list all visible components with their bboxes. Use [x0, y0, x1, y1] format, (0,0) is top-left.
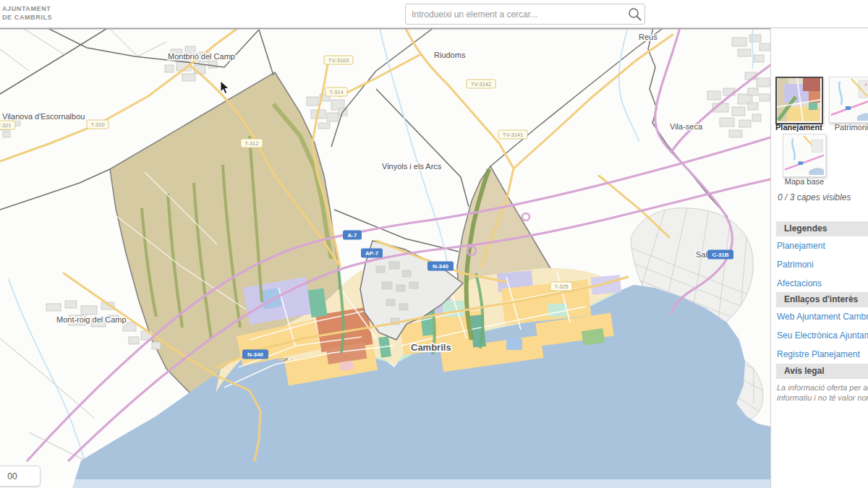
shield-t325: T-325 [550, 282, 572, 291]
label-reus: Reus [639, 33, 658, 41]
search-icon[interactable] [626, 5, 644, 24]
link-registre-planejament[interactable]: Registre Planejament [777, 349, 860, 359]
attribution-strip [0, 479, 770, 488]
shield-tv3141: TV-3141 [498, 130, 527, 139]
shield-t314: T-314 [326, 87, 347, 96]
label-riudoms: Riudoms [434, 51, 466, 59]
svg-text:C-31B: C-31B [712, 252, 728, 258]
svg-text:AP-7: AP-7 [365, 250, 379, 257]
mapa-base-thumbnail-image [783, 134, 824, 175]
ajuntament-logo: AJUNTAMENT DE CAMBRILS [2, 4, 52, 22]
legend-link-afectacions[interactable]: Afectacions [777, 278, 822, 288]
legends-section-header: Llegendes [776, 221, 868, 236]
shield-n340-west: N-340 [242, 350, 268, 359]
shield-tv3103: TV-3103 [324, 56, 353, 64]
link-seu-electronica[interactable]: Seu Electrònica Ajuntament [777, 330, 868, 341]
svg-text:TV-3103: TV-3103 [328, 57, 349, 64]
svg-text:T-312: T-312 [244, 140, 258, 147]
svg-text:N-340: N-340 [433, 263, 448, 270]
app-header: AJUNTAMENT DE CAMBRILS [0, 0, 868, 28]
scale-value: 00 [7, 471, 17, 481]
layers-sidebar: Planejament Patrimoni Mapa base 0 / 3 ca… [770, 27, 868, 488]
layer-label-planejament[interactable]: Planejament [775, 123, 820, 132]
map-canvas[interactable]: Montbrió del Camp Riudoms Reus Vila-seca… [0, 27, 770, 488]
shield-c31b: C-31B [707, 250, 733, 260]
shield-a7: A-7 [343, 231, 362, 240]
layer-label-patrimoni[interactable]: Patrimoni [829, 123, 868, 132]
legal-text-line1: La informació oferta per aquest [777, 383, 868, 392]
layer-thumb-patrimoni[interactable] [829, 77, 868, 123]
label-montbrio: Montbrió del Camp [168, 52, 235, 61]
map-svg: Montbrió del Camp Riudoms Reus Vila-seca… [0, 27, 770, 488]
shield-t321: T-321 [0, 121, 15, 129]
shield-n340-east: N-340 [427, 262, 454, 271]
planejament-thumbnail-image [777, 78, 820, 121]
layer-thumb-mapa-base[interactable] [783, 134, 826, 177]
shield-tv3142: TV-3142 [467, 80, 495, 88]
logo-line1: AJUNTAMENT [2, 4, 52, 13]
label-vilanova: Vilanova d'Escornalbou [2, 112, 85, 121]
legal-text-line2: informatiu i no té valor normatiu [777, 393, 868, 402]
layer-label-mapa-base[interactable]: Mapa base [775, 177, 833, 186]
svg-text:TV-3142: TV-3142 [471, 81, 491, 87]
label-vinyols: Vinyols i els Arcs [382, 162, 442, 171]
legal-section-header: Avís legal [776, 364, 868, 379]
svg-text:T-321: T-321 [0, 122, 12, 129]
legend-link-planejament[interactable]: Planejament [777, 241, 825, 251]
svg-text:TV-3141: TV-3141 [503, 132, 523, 138]
svg-text:T-310: T-310 [90, 121, 104, 128]
svg-text:A-7: A-7 [348, 232, 357, 239]
shield-t310: T-310 [87, 120, 109, 129]
links-section-header: Enllaços d'interès [776, 292, 868, 307]
label-cambrils: Cambrils [411, 342, 451, 353]
svg-text:N-340: N-340 [247, 351, 263, 358]
svg-text:T-325: T-325 [554, 283, 568, 290]
shield-ap7: AP-7 [361, 249, 383, 258]
link-web-ajuntament[interactable]: Web Ajuntament Cambrils [777, 312, 868, 322]
scale-indicator: 00 [0, 466, 41, 487]
patrimoni-thumbnail-image [830, 77, 868, 121]
search-input[interactable] [406, 9, 626, 20]
label-vilaseca: Vila-seca [670, 122, 703, 131]
layers-visible-status: 0 / 3 capes visibles [778, 192, 851, 202]
layer-thumb-planejament[interactable] [775, 77, 823, 124]
logo-line2: DE CAMBRILS [2, 13, 52, 22]
legend-link-patrimoni[interactable]: Patrimoni [777, 260, 814, 270]
label-montroig: Mont-roig del Camp [56, 315, 127, 324]
shield-t312: T-312 [241, 139, 263, 147]
svg-text:T-314: T-314 [329, 89, 343, 95]
search-bar [405, 4, 645, 25]
